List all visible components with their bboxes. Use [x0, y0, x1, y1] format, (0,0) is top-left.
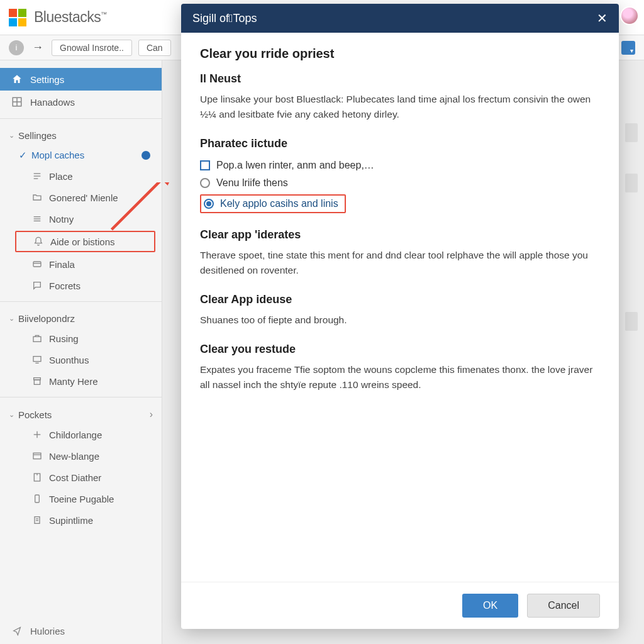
radio-icon: [200, 178, 210, 188]
archive-icon: [31, 375, 43, 387]
radio-option-3[interactable]: Kely applo casihs and linis: [204, 198, 338, 209]
sidebar-item-place[interactable]: Place: [0, 165, 162, 187]
info-icon[interactable]: i: [9, 40, 24, 55]
sidebar-item-rusing[interactable]: Rusing: [0, 328, 162, 349]
sidebar-item-mopl-caches[interactable]: ✓ Mopl caches: [0, 145, 162, 165]
clipboard-icon: [31, 514, 43, 526]
phone-icon: [31, 493, 43, 504]
modal-title: Sigill of͛Tops: [192, 12, 257, 25]
chevron-down-icon: ⌄: [9, 131, 14, 140]
bg-stub: [625, 174, 638, 192]
forward-icon[interactable]: →: [30, 40, 45, 55]
sidebar-item-settings[interactable]: Settings: [0, 68, 162, 91]
sidebar-item-hulories[interactable]: Hulories: [11, 625, 65, 636]
section-body: Shuanes too of fiepte and brough.: [200, 313, 600, 328]
modal-footer: OK Cancel: [181, 582, 619, 629]
sidebar-label: Hanadows: [30, 97, 75, 108]
checkbox-option-1[interactable]: Pop.a lwen rinter, anm and beep,…: [200, 157, 600, 174]
layout-icon: [31, 472, 43, 483]
svg-rect-22: [35, 495, 40, 502]
window-icon: [31, 450, 43, 462]
share-icon: [11, 625, 23, 636]
section-body: Expates you fraceme Tfie soptom the woun…: [200, 362, 600, 392]
modal-body: Clear you rride opriest Il Neust Upe lin…: [181, 33, 619, 582]
grid-icon: [11, 96, 23, 108]
avatar[interactable]: [620, 6, 639, 25]
logo-icon: [9, 9, 26, 26]
sidebar-item-toeine[interactable]: Toeine Pugable: [0, 488, 162, 509]
list-icon: [31, 170, 43, 182]
dropdown-icon[interactable]: [621, 41, 635, 55]
modal-dialog: Sigill of͛Tops ✕ Clear you rride opriest…: [181, 4, 619, 629]
modal-header: Sigill of͛Tops ✕: [181, 4, 619, 33]
toolbar-button-1[interactable]: Gnowal Insrote..: [52, 40, 132, 56]
sidebar-item-costdiather[interactable]: Cost Diather: [0, 467, 162, 488]
sidebar-item-newblange[interactable]: New-blange: [0, 445, 162, 467]
chevron-down-icon: ⌄: [9, 314, 14, 323]
sidebar-item-manty[interactable]: Manty Here: [0, 370, 162, 392]
check-icon: ✓: [19, 150, 27, 161]
sidebar-label: Settings: [30, 74, 64, 85]
section-title: Clear app 'iderates: [200, 228, 600, 242]
cancel-button[interactable]: Cancel: [527, 594, 600, 618]
section-title: Pharatec iictude: [200, 137, 600, 150]
card-icon: [31, 258, 43, 270]
section-title: Clear App ideuse: [200, 293, 600, 306]
svg-rect-15: [34, 380, 40, 384]
section-title: Clear you restude: [200, 343, 600, 356]
bg-stub: [625, 123, 638, 142]
monitor-icon: [31, 354, 43, 365]
sidebar-item-gonered[interactable]: Gonered' Mienle: [0, 187, 162, 208]
bg-stub: [625, 312, 638, 331]
brand-name: Bluestacks™: [34, 9, 107, 26]
chevron-down-icon: ⌄: [9, 411, 14, 419]
plus-icon: [31, 429, 43, 440]
radio-option-2[interactable]: Venu lriife thens: [200, 174, 600, 192]
folder-icon: [31, 192, 43, 203]
home-icon: [11, 74, 23, 85]
sidebar: Settings Hanadows ⌄ Sellinges ✓ Mopl cac…: [0, 60, 162, 644]
svg-rect-9: [33, 262, 41, 267]
radio-icon: [204, 199, 214, 209]
svg-rect-11: [33, 336, 41, 341]
sidebar-item-childorlange[interactable]: Childorlange: [0, 424, 162, 445]
stack-icon: [31, 213, 43, 225]
section-title: Il Neust: [200, 72, 600, 86]
chevron-right-icon: ›: [150, 409, 153, 420]
section-body: Therave spoet, tine state this ment for …: [200, 248, 600, 278]
badge-icon: [142, 151, 150, 160]
briefcase-icon: [31, 333, 43, 344]
modal-heading: Clear you rride opriest: [200, 47, 600, 61]
sidebar-group-pockets[interactable]: ⌄ Pockets ›: [0, 402, 162, 424]
chat-icon: [31, 280, 43, 291]
sidebar-item-hanadows[interactable]: Hanadows: [0, 91, 162, 113]
sidebar-group-sellinges[interactable]: ⌄ Sellinges: [0, 124, 162, 145]
svg-rect-12: [33, 357, 41, 362]
sidebar-item-aide[interactable]: Aide or bistions: [15, 231, 155, 252]
section-body: Upe linsake your bost Bluestlack: Plubec…: [200, 92, 600, 122]
checkbox-icon: [200, 160, 210, 170]
toolbar-button-2[interactable]: Can: [138, 40, 171, 56]
close-icon[interactable]: ✕: [597, 11, 608, 26]
bell-icon: [33, 236, 44, 247]
sidebar-group-dev[interactable]: ⌄ Biivelopondrz: [0, 307, 162, 328]
sidebar-item-suonthus[interactable]: Suonthus: [0, 349, 162, 370]
sidebar-item-finala[interactable]: Finala: [0, 253, 162, 275]
sidebar-item-focrets[interactable]: Focrets: [0, 275, 162, 296]
ok-button[interactable]: OK: [462, 594, 518, 618]
sidebar-item-supintime[interactable]: Supintlime: [0, 509, 162, 531]
svg-rect-18: [33, 453, 41, 458]
sidebar-item-notny[interactable]: Notny: [0, 208, 162, 230]
